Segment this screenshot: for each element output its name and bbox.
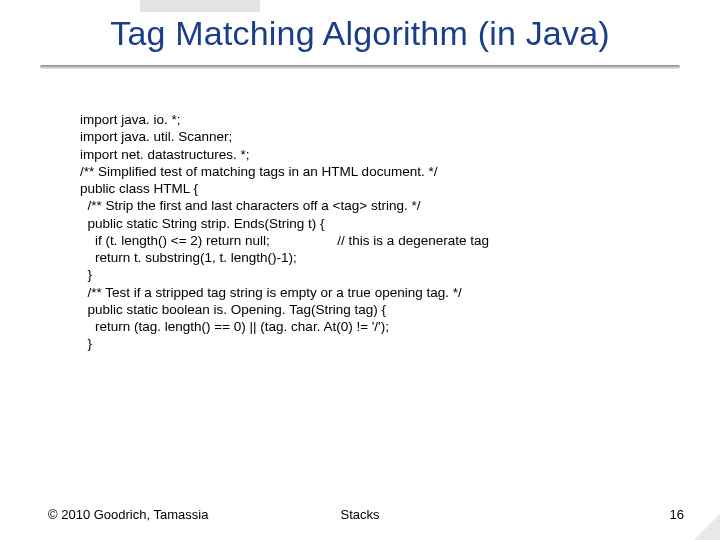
code-line: } [80, 336, 92, 351]
slide-tab [140, 0, 260, 12]
code-block: import java. io. *; import java. util. S… [80, 111, 720, 353]
code-line: import net. datastructures. *; [80, 147, 250, 162]
code-line: public static String strip. Ends(String … [80, 216, 325, 231]
code-line: return (tag. length() == 0) || (tag. cha… [80, 319, 389, 334]
code-line: /** Strip the first and last characters … [80, 198, 420, 213]
code-line: import java. io. *; [80, 112, 181, 127]
code-line: if (t. length() <= 2) return null; [80, 233, 270, 248]
page-number: 16 [670, 507, 684, 522]
code-line: /** Simplified test of matching tags in … [80, 164, 437, 179]
code-line: import java. util. Scanner; [80, 129, 232, 144]
code-line: public static boolean is. Opening. Tag(S… [80, 302, 386, 317]
footer-center: Stacks [0, 507, 720, 522]
code-comment: // this is a degenerate tag [337, 233, 489, 248]
slide-title: Tag Matching Algorithm (in Java) [0, 14, 720, 53]
code-line: public class HTML { [80, 181, 198, 196]
code-line: return t. substring(1, t. length()-1); [80, 250, 297, 265]
title-underline [40, 65, 680, 69]
code-line: /** Test if a stripped tag string is emp… [80, 285, 462, 300]
page-curl-icon [694, 514, 720, 540]
code-line: } [80, 267, 92, 282]
